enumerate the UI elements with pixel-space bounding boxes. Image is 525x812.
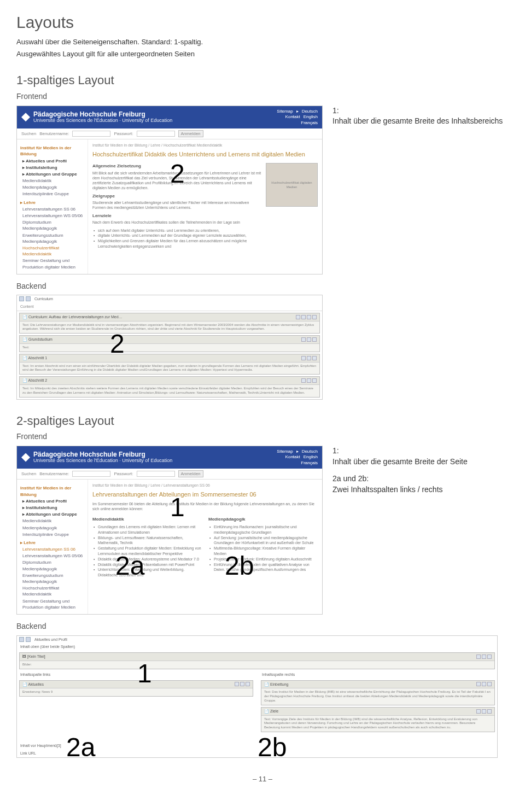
layout1-frontend-label: Frontend — [16, 91, 509, 102]
edit-icon[interactable] — [296, 315, 300, 319]
sidebar-nav[interactable]: Institut für Medien in der Bildung ▸ Akt… — [17, 139, 88, 274]
layout1-heading: 1-spaltiges Layout — [16, 72, 509, 89]
layout2-frontend-shot: 1 2a 2b Pädagogische Hochschule Freiburg… — [16, 446, 323, 615]
overlay-1: 1 — [170, 489, 185, 525]
logo-icon — [21, 113, 30, 121]
desc2-text2: Zwei Inhaltsspalten links / rechts — [332, 485, 443, 494]
overlay-2: 2 — [170, 155, 185, 192]
layout1-backend-label: Backend — [16, 281, 509, 292]
site-subname: Université des Sciences de l'Éducation ·… — [33, 118, 270, 124]
intro-line-2: Ausgewähltes Layout gilt für alle unterg… — [16, 49, 509, 59]
overlay-be-1: 1 — [137, 655, 152, 692]
layout1-backend-shot: 2 Curriculum Content 📄 Curriculum: Aufba… — [16, 295, 323, 399]
desc1-label: 1: — [332, 106, 339, 115]
pass-label: Passwort: — [114, 131, 133, 137]
overlay-2a: 2a — [115, 547, 144, 584]
toolbar-icon[interactable] — [19, 296, 24, 301]
overlay-be-2a: 2a — [66, 729, 95, 758]
pass-input[interactable] — [137, 131, 175, 137]
search-label[interactable]: Suchen — [21, 131, 36, 137]
overlay-2b: 2b — [225, 547, 254, 584]
layout2-heading: 2-spaltiges Layout — [16, 413, 509, 430]
desc1-text: Inhalt über die gesamte Breite des Inhal… — [332, 116, 503, 125]
login-button[interactable]: Anmelden — [178, 130, 203, 137]
logo-icon — [21, 453, 30, 462]
top-links[interactable]: Sitemap▸Deutsch KontaktEnglish Français — [273, 109, 318, 126]
user-input[interactable] — [72, 131, 110, 137]
page-number: – 11 – — [16, 774, 509, 784]
content-image: Hochschulzertifikat digitalen Medien — [266, 163, 318, 207]
content-heading: Hochschulzertifikat Didaktik des Unterri… — [92, 150, 318, 159]
layout2-backend-shot: 1 2a 2b Aktuelles und Profil Inhalt oben… — [16, 635, 498, 758]
page-title: Layouts — [16, 11, 509, 34]
layout1-frontend-shot: 2 Pädagogische Hochschule Freiburg Unive… — [16, 106, 323, 274]
breadcrumb: Institut für Medien in der Bildung / Leh… — [92, 143, 318, 148]
desc2-label1: 1: — [332, 446, 339, 455]
layout2-frontend-label: Frontend — [16, 431, 509, 442]
top-links[interactable]: Sitemap▸Deutsch KontaktEnglish Français — [273, 449, 318, 466]
layout2-backend-label: Backend — [16, 621, 509, 632]
overlay-2-be: 2 — [110, 325, 125, 362]
intro-line-1: Auswahl über die Seiteneigenschaften. St… — [16, 37, 509, 47]
overlay-be-2b: 2b — [258, 729, 287, 758]
desc2-text1: Inhalt über die gesamte Breite der Seite — [332, 457, 468, 466]
user-label: Benutzername: — [39, 131, 69, 137]
desc2-label2: 2a und 2b: — [332, 474, 369, 483]
sidebar-nav[interactable]: Institut für Medien in der Bildung ▸ Akt… — [17, 480, 88, 614]
